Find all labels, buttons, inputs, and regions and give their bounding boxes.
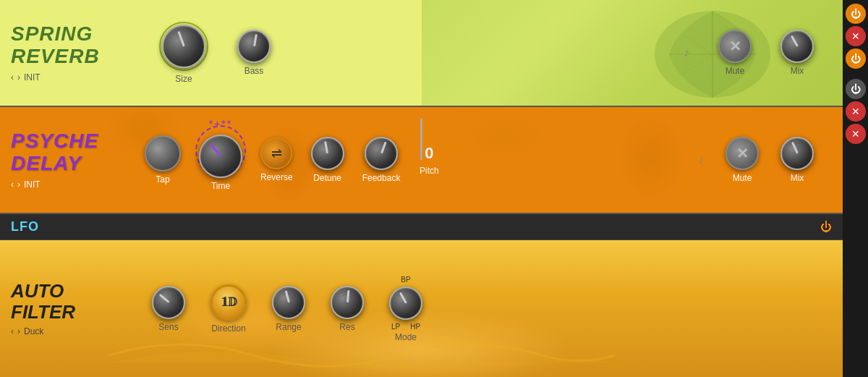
lfo-title: LFO [11,219,39,234]
af-sens-indicator [158,294,169,303]
pd-feedback-container: Feedback [362,137,401,183]
pd-detune-indicator [324,141,328,153]
right-sidebar: ⏻ ✕ ⏻ ⏻ ✕ ✕ [843,0,868,377]
sr-size-indicator [177,30,184,46]
pd-reverse-label: Reverse [260,172,293,182]
af-sens-knob[interactable] [152,286,185,319]
sr-size-label: Size [175,74,192,84]
pd-mute-label: Mute [733,173,752,183]
pd-reverse-button[interactable]: ⇌ [260,137,292,169]
pd-knobs-area: Tap *+** Time ⇌ Reverse [130,129,698,191]
sidebar-icon-3: ⏻ [851,53,861,64]
pd-mute-container: ✕ Mute [726,137,759,183]
af-range-knob[interactable] [272,286,305,319]
pd-next-button[interactable]: › [17,179,20,190]
af-title-area: AUTO FILTER ‹ › Duck [0,274,130,344]
pd-feedback-indicator [380,142,387,154]
sr-bass-knob[interactable] [237,30,271,63]
sidebar-btn-6[interactable]: ✕ [846,124,866,144]
lfo-power-symbol: ⏻ [820,221,832,233]
pd-title: PSYCHE DELAY [11,130,119,175]
sidebar-icon-2: ✕ [851,30,860,42]
af-direction-knob[interactable]: 𝟏𝔻 [210,284,247,321]
pd-preset-bar: ‹ › INIT [11,179,119,190]
pd-detune-label: Detune [313,173,341,183]
sr-knobs-area: Size Bass [130,22,299,84]
pd-prev-button[interactable]: ‹ [11,179,14,190]
pd-mix-container: Mix [780,137,814,183]
af-mode-knob[interactable] [389,287,422,320]
sr-mute-button[interactable]: ✕ [718,30,752,63]
pd-mix-label: Mix [791,173,804,183]
sr-mix-indicator [790,35,798,47]
pd-reverse-container: ⇌ Reverse [260,137,293,182]
pd-tap-container: Tap [145,135,181,185]
pd-mix-knob[interactable] [780,137,814,170]
sidebar-icon-6: ✕ [851,128,860,140]
af-range-label: Range [276,322,301,332]
pd-detune-knob[interactable] [311,137,344,170]
pd-tap-button[interactable] [145,135,181,171]
af-preset-bar: ‹ › Duck [11,326,119,336]
pd-time-container: *+** Time [199,129,242,191]
pd-pitch-label: Pitch [420,166,439,176]
sr-title-area: SPRING REVERB ‹ › INIT [0,16,130,90]
af-range-container: Range [272,286,305,332]
af-mode-indicator [399,292,407,303]
af-direction-icon: 𝟏𝔻 [221,295,237,310]
sidebar-btn-2[interactable]: ✕ [846,26,866,46]
sidebar-btn-3[interactable]: ⏻ [846,48,866,69]
pd-time-knob-wrapper [199,129,242,178]
pd-feedback-knob[interactable] [365,137,398,170]
lfo-section: LFO ⏻ [0,214,843,240]
sr-mix-container: Mix [780,30,814,76]
pd-time-knob[interactable] [199,135,242,178]
sr-size-knob-ring [159,22,208,71]
af-prev-button[interactable]: ‹ [11,326,14,336]
af-preset-name: Duck [24,326,43,336]
sidebar-btn-1[interactable]: ⏻ [846,4,866,24]
af-direction-container: 𝟏𝔻 Direction [210,284,247,334]
af-knobs-area: Sens 𝟏𝔻 Direction Range [130,276,444,342]
pd-detune-container: Detune [311,137,344,183]
sidebar-btn-5[interactable]: ✕ [846,101,866,122]
sr-bass-indicator [253,34,258,46]
af-direction-label: Direction [211,323,245,334]
af-sens-label: Sens [158,322,178,332]
spring-reverb-section: SPRING REVERB ‹ › INIT Size [0,0,843,107]
sr-mute-container: ✕ Mute [718,30,752,76]
af-range-indicator [284,290,289,302]
af-next-button[interactable]: › [17,326,20,336]
sidebar-icon-4: ⏻ [851,83,861,95]
pd-preset-name: INIT [24,179,41,190]
af-mode-bp-label: BP [401,276,410,284]
pd-mute-x-icon: ✕ [736,145,749,162]
af-res-indicator [346,290,349,302]
auto-filter-section: AUTO FILTER ‹ › Duck Sens 𝟏𝔻 [0,240,843,377]
af-title: AUTO FILTER [11,281,119,322]
sr-prev-button[interactable]: ‹ [11,72,14,82]
pd-time-indicator [209,143,221,157]
sr-size-knob[interactable] [162,25,205,68]
sidebar-icon-1: ⏻ [851,8,861,20]
sr-title: SPRING REVERB [11,23,119,68]
sr-mix-knob[interactable] [780,30,814,63]
af-res-label: Res [339,322,354,332]
sr-preset-name: INIT [24,72,41,82]
sr-mix-label: Mix [791,66,804,76]
pd-mute-button[interactable]: ✕ [726,137,759,170]
af-mode-label: Mode [395,332,417,342]
af-res-knob[interactable] [331,286,364,319]
sr-next-button[interactable]: › [17,72,20,82]
pd-right-controls: ♪ ✕ Mute Mix [698,137,843,183]
af-mode-lp-label: LP [391,323,400,331]
sr-bass-label: Bass [244,66,264,76]
sr-note-icon: ♪ [684,46,689,59]
pd-reverse-arrows-icon: ⇌ [271,145,282,161]
sidebar-btn-4[interactable]: ⏻ [846,79,866,99]
pd-time-label: Time [211,181,230,191]
af-res-container: Res [331,286,364,332]
lfo-power-icon[interactable]: ⏻ [820,221,832,234]
pd-feedback-label: Feedback [362,173,401,183]
af-mode-hp-label: HP [410,323,420,331]
